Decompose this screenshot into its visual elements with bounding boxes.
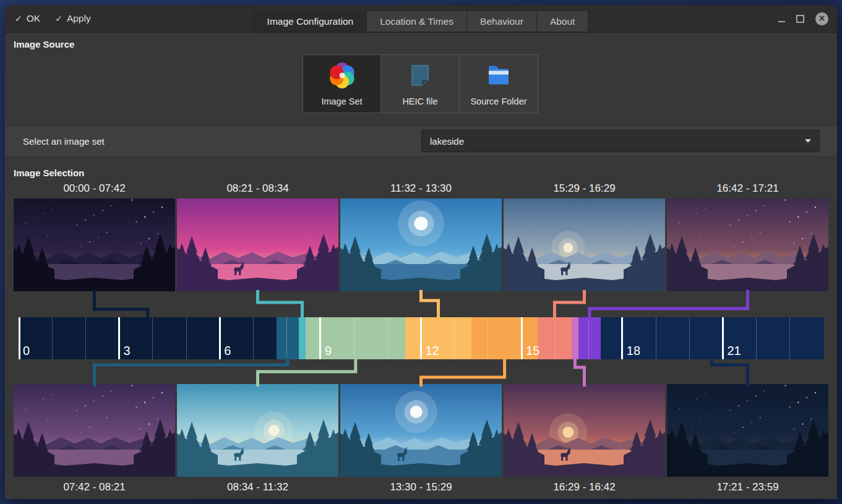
hour-label: 15 (526, 344, 539, 358)
hour-tick (488, 317, 488, 359)
time-range-label: 16:29 - 16:42 (504, 481, 665, 493)
hour-label: 18 (627, 344, 640, 358)
tab-image-configuration[interactable]: Image Configuration (254, 11, 367, 32)
timeline-segment[interactable] (277, 317, 299, 359)
image-selection-header: Image Selection (14, 168, 84, 178)
source-type-label: Image Set (321, 96, 362, 106)
maximize-button[interactable] (796, 15, 804, 23)
timeline-segment[interactable] (572, 317, 579, 359)
time-range-label: 17:21 - 23:59 (667, 481, 828, 493)
wallpaper-thumbnail[interactable] (340, 199, 502, 291)
desktop-background: ✓ OK ✓ Apply Image ConfigurationLocation… (0, 0, 842, 504)
hour-label: 21 (727, 344, 741, 358)
connector-line (575, 357, 584, 387)
timeline-segment[interactable] (299, 317, 306, 359)
hour-label: 0 (23, 344, 30, 358)
hour-tick (656, 317, 656, 359)
apply-button-label: Apply (67, 13, 91, 24)
timeline-segment[interactable] (19, 317, 277, 359)
image-set-pinwheel-icon (328, 61, 356, 92)
wallpaper-thumbnail[interactable] (177, 384, 338, 477)
wallpaper-thumbnail[interactable] (504, 199, 665, 291)
select-image-set-label: Select an image set (23, 126, 105, 156)
tab-bar: Image ConfigurationLocation & TimesBehav… (254, 11, 589, 32)
hour-tick (152, 317, 153, 359)
hour-tick (52, 317, 53, 359)
app-window: ✓ OK ✓ Apply Image ConfigurationLocation… (5, 5, 837, 499)
hour-tick (219, 317, 221, 359)
heic-file-button[interactable]: HEIC file (381, 54, 460, 113)
wallpaper-thumbnail[interactable] (177, 199, 338, 291)
hour-tick (454, 317, 455, 359)
time-range-label: 16:42 - 17:21 (667, 182, 828, 195)
hour-tick (319, 317, 321, 359)
connector-line (712, 357, 748, 387)
ok-button[interactable]: ✓ OK (15, 13, 40, 24)
heic-file-icon (406, 61, 434, 92)
wallpaper-thumbnail[interactable] (340, 384, 502, 477)
hour-tick (689, 317, 690, 359)
connector-line (95, 357, 288, 387)
source-folder-icon (484, 61, 513, 92)
hour-tick (722, 317, 724, 359)
hour-tick (186, 317, 187, 359)
hour-tick (354, 317, 354, 359)
hour-tick (756, 317, 757, 359)
image-set-dropdown[interactable]: lakeside (421, 130, 820, 152)
image-source-type-group: Image Set HEIC file Source Folder (303, 54, 538, 113)
hour-tick (19, 317, 20, 359)
apply-button[interactable]: ✓ Apply (55, 13, 91, 24)
hour-label: 6 (224, 344, 231, 358)
hour-tick (621, 317, 623, 359)
minimize-button[interactable] (778, 21, 785, 22)
hour-tick (387, 317, 388, 359)
tab-behaviour[interactable]: Behaviour (467, 11, 537, 32)
wallpaper-thumbnail[interactable] (14, 384, 175, 477)
time-range-label: 13:30 - 15:29 (340, 481, 502, 493)
time-range-label: 07:42 - 08:21 (14, 481, 175, 493)
connector-line (421, 290, 439, 320)
check-icon: ✓ (15, 14, 22, 23)
hour-label: 3 (124, 344, 131, 358)
chevron-down-icon (805, 139, 811, 143)
hour-tick (118, 317, 120, 359)
hour-tick (588, 317, 589, 359)
tab-location-times[interactable]: Location & Times (367, 11, 467, 32)
wallpaper-thumbnail[interactable] (14, 199, 175, 291)
titlebar: ✓ OK ✓ Apply Image ConfigurationLocation… (5, 5, 837, 33)
hour-tick (85, 317, 86, 359)
window-controls: × (778, 5, 828, 32)
connector-line (554, 290, 584, 320)
check-icon: ✓ (55, 14, 62, 23)
connector-line (258, 290, 303, 320)
connector-line (590, 290, 748, 320)
time-range-label: 08:21 - 08:34 (177, 182, 338, 195)
hour-tick (521, 317, 523, 359)
connector-line (258, 357, 356, 387)
titlebar-actions: ✓ OK ✓ Apply (15, 5, 91, 32)
close-button[interactable]: × (815, 12, 828, 25)
connector-line (95, 290, 148, 320)
hour-tick (420, 317, 422, 359)
hour-label: 9 (325, 344, 332, 358)
source-type-label: HEIC file (402, 96, 437, 106)
tab-about[interactable]: About (537, 11, 589, 32)
image-source-header: Image Source (14, 39, 74, 49)
wallpaper-thumbnail[interactable] (667, 384, 828, 477)
hour-tick (555, 317, 556, 359)
time-range-label: 08:34 - 11:32 (177, 481, 338, 493)
source-type-label: Source Folder (470, 96, 526, 106)
wallpaper-thumbnail[interactable] (667, 199, 828, 291)
timeline: 036912151821 (19, 317, 823, 359)
image-set-row: Select an image set lakeside (5, 126, 837, 156)
timeline-segment[interactable] (578, 317, 601, 359)
wallpaper-thumbnail[interactable] (504, 384, 665, 477)
time-range-label: 11:32 - 13:30 (340, 182, 502, 195)
hour-tick (789, 317, 790, 359)
ok-button-label: OK (27, 13, 40, 24)
image-set-button[interactable]: Image Set (303, 54, 381, 113)
hour-label: 12 (426, 344, 439, 358)
time-range-label: 15:29 - 16:29 (504, 182, 665, 195)
source-folder-button[interactable]: Source Folder (460, 54, 538, 113)
hour-tick (253, 317, 254, 359)
